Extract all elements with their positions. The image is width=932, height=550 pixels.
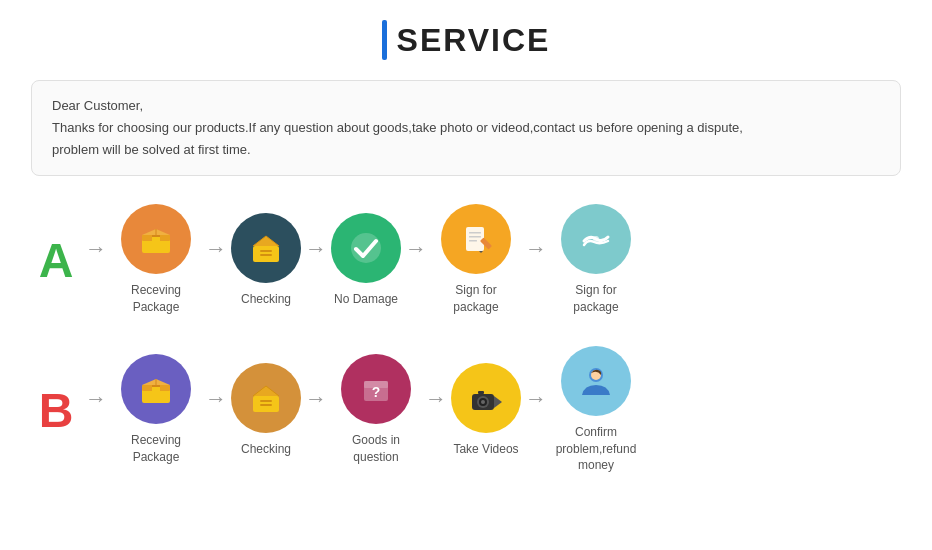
label-a3: No Damage bbox=[334, 291, 398, 308]
step-a2: Checking bbox=[231, 213, 301, 308]
svg-rect-16 bbox=[469, 240, 477, 242]
label-b4: Take Videos bbox=[453, 441, 518, 458]
svg-rect-31 bbox=[260, 404, 272, 406]
row-a-steps: Receving Package → Checking → bbox=[111, 204, 901, 316]
flow-row-a: A → Receving Package → bbox=[31, 204, 901, 316]
icon-b2 bbox=[231, 363, 301, 433]
svg-point-19 bbox=[593, 236, 599, 242]
row-b-steps: Receving Package → Checking → bbox=[111, 346, 901, 474]
row-b-letter: B bbox=[31, 383, 81, 438]
arrow-a2: → bbox=[305, 236, 327, 284]
icon-a4 bbox=[441, 204, 511, 274]
arrow-b0: → bbox=[85, 386, 107, 434]
row-a-letter: A bbox=[31, 233, 81, 288]
arrow-a0: → bbox=[85, 236, 107, 284]
svg-marker-18 bbox=[479, 251, 483, 253]
svg-marker-40 bbox=[494, 396, 502, 408]
svg-point-38 bbox=[481, 400, 485, 404]
svg-rect-23 bbox=[152, 385, 160, 387]
arrow-b2: → bbox=[305, 386, 327, 434]
step-a1: Receving Package bbox=[111, 204, 201, 316]
step-a5: Sign for package bbox=[551, 204, 641, 316]
notice-box: Dear Customer, Thanks for choosing our p… bbox=[31, 80, 901, 176]
svg-rect-10 bbox=[260, 250, 272, 252]
arrow-b4: → bbox=[525, 386, 547, 434]
step-a4: Sign for package bbox=[431, 204, 521, 316]
icon-b1 bbox=[121, 354, 191, 424]
step-b5: Confirm problem,refund money bbox=[551, 346, 641, 474]
arrow-b3: → bbox=[425, 386, 447, 434]
notice-line2: Thanks for choosing our products.If any … bbox=[52, 117, 880, 161]
svg-rect-11 bbox=[260, 254, 272, 256]
svg-rect-39 bbox=[478, 391, 484, 394]
label-b3: Goods in question bbox=[331, 432, 421, 466]
label-a2: Checking bbox=[241, 291, 291, 308]
label-a1: Receving Package bbox=[111, 282, 201, 316]
arrow-a1: → bbox=[205, 236, 227, 284]
arrow-a3: → bbox=[405, 236, 427, 284]
svg-rect-13 bbox=[466, 227, 484, 251]
label-b1: Receving Package bbox=[111, 432, 201, 466]
svg-rect-30 bbox=[260, 400, 272, 402]
page-title: SERVICE bbox=[397, 22, 551, 59]
step-b3: ? Goods in question bbox=[331, 354, 421, 466]
step-a3: No Damage bbox=[331, 213, 401, 308]
icon-b4 bbox=[451, 363, 521, 433]
label-a4: Sign for package bbox=[431, 282, 521, 316]
svg-rect-15 bbox=[469, 236, 481, 238]
step-b4: Take Videos bbox=[451, 363, 521, 458]
flow-row-b: B → Receving Package → bbox=[31, 346, 901, 474]
svg-marker-27 bbox=[253, 386, 279, 396]
arrow-a4: → bbox=[525, 236, 547, 284]
icon-a2 bbox=[231, 213, 301, 283]
svg-marker-7 bbox=[253, 236, 279, 246]
icon-a3 bbox=[331, 213, 401, 283]
label-b5: Confirm problem,refund money bbox=[551, 424, 641, 474]
notice-line1: Dear Customer, bbox=[52, 95, 880, 117]
icon-b3: ? bbox=[341, 354, 411, 424]
step-b1: Receving Package bbox=[111, 354, 201, 466]
svg-rect-14 bbox=[469, 232, 481, 234]
icon-a5 bbox=[561, 204, 631, 274]
arrow-b1: → bbox=[205, 386, 227, 434]
label-b2: Checking bbox=[241, 441, 291, 458]
svg-rect-3 bbox=[152, 235, 160, 237]
label-a5: Sign for package bbox=[551, 282, 641, 316]
icon-b5 bbox=[561, 346, 631, 416]
page-header: SERVICE bbox=[382, 20, 551, 60]
icon-a1 bbox=[121, 204, 191, 274]
step-b2: Checking bbox=[231, 363, 301, 458]
title-accent-bar bbox=[382, 20, 387, 60]
svg-text:?: ? bbox=[372, 384, 381, 400]
